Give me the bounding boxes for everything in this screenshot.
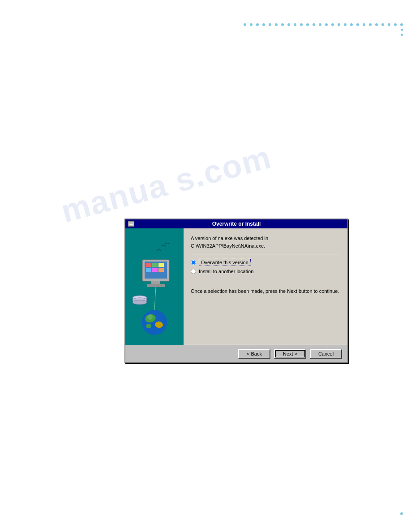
dialog-titlebar-left: — xyxy=(128,221,134,227)
dot xyxy=(400,23,403,26)
svg-point-13 xyxy=(133,300,147,305)
system-menu-button[interactable]: — xyxy=(128,221,134,227)
setup-illustration xyxy=(130,235,179,338)
dot xyxy=(394,23,397,26)
dialog-image-panel xyxy=(125,228,184,345)
radio-option-another-location[interactable]: Install to another location xyxy=(191,269,340,274)
dot xyxy=(256,23,259,26)
detected-line2: C:\WIN32APP\BayNet\NA\na.exe. xyxy=(191,243,265,249)
watermark: manua s.com xyxy=(57,138,275,230)
dialog-window: — Overwrite or Install xyxy=(124,219,348,363)
overwrite-radio[interactable] xyxy=(191,260,196,265)
svg-point-14 xyxy=(142,310,167,335)
dot xyxy=(319,23,321,26)
dot xyxy=(331,23,334,26)
cancel-button[interactable]: Cancel xyxy=(310,349,342,359)
dot xyxy=(281,23,284,26)
dot xyxy=(401,29,403,31)
instruction-text: Once a selection has been made, press th… xyxy=(191,287,340,295)
svg-rect-9 xyxy=(151,281,160,284)
dot xyxy=(306,23,309,26)
dots-row-1 xyxy=(244,23,403,26)
dot xyxy=(338,23,340,26)
svg-rect-10 xyxy=(147,284,165,287)
svg-rect-5 xyxy=(158,263,164,267)
overwrite-install-dialog: — Overwrite or Install xyxy=(124,219,348,363)
dot xyxy=(300,23,303,26)
dot xyxy=(369,23,372,26)
svg-rect-4 xyxy=(152,263,158,267)
dot xyxy=(269,23,271,26)
next-button[interactable]: Next > xyxy=(274,349,306,359)
dot xyxy=(287,23,290,26)
dot xyxy=(313,23,315,26)
dot xyxy=(356,23,359,26)
dot xyxy=(250,23,253,26)
back-button[interactable]: < Back xyxy=(238,349,270,359)
dot xyxy=(294,23,296,26)
another-location-radio[interactable] xyxy=(191,269,196,274)
dialog-title: Overwrite or Install xyxy=(134,221,338,227)
separator xyxy=(191,255,340,255)
dot xyxy=(350,23,353,26)
radio-option-overwrite[interactable]: Overwrite this version xyxy=(191,259,340,266)
radio-group: Overwrite this version Install to anothe… xyxy=(191,259,340,274)
svg-rect-7 xyxy=(152,268,158,272)
dialog-body: A version of na.exe was detected in C:\W… xyxy=(125,228,347,345)
dialog-footer: < Back Next > Cancel xyxy=(125,345,347,362)
dot xyxy=(344,23,347,26)
dot xyxy=(325,23,328,26)
dot xyxy=(388,23,390,26)
dots-row-2 xyxy=(244,29,403,31)
detected-text: A version of na.exe was detected in C:\W… xyxy=(191,235,340,249)
dot xyxy=(262,23,265,26)
dialog-titlebar: — Overwrite or Install xyxy=(125,219,347,228)
dot xyxy=(363,23,365,26)
dots-row-3 xyxy=(244,34,403,36)
decorative-dots xyxy=(244,23,403,36)
svg-rect-8 xyxy=(158,268,164,272)
another-location-label[interactable]: Install to another location xyxy=(199,269,253,274)
dot xyxy=(381,23,384,26)
dot xyxy=(375,23,378,26)
svg-point-18 xyxy=(147,314,153,320)
detected-line1: A version of na.exe was detected in xyxy=(191,236,268,241)
svg-rect-3 xyxy=(146,263,151,267)
dot xyxy=(275,23,278,26)
overwrite-label[interactable]: Overwrite this version xyxy=(199,259,251,266)
svg-rect-6 xyxy=(146,268,151,272)
dialog-content-area: A version of na.exe was detected in C:\W… xyxy=(184,228,347,345)
dot xyxy=(244,23,246,26)
dot xyxy=(401,34,403,36)
bottom-right-dot xyxy=(400,512,403,515)
